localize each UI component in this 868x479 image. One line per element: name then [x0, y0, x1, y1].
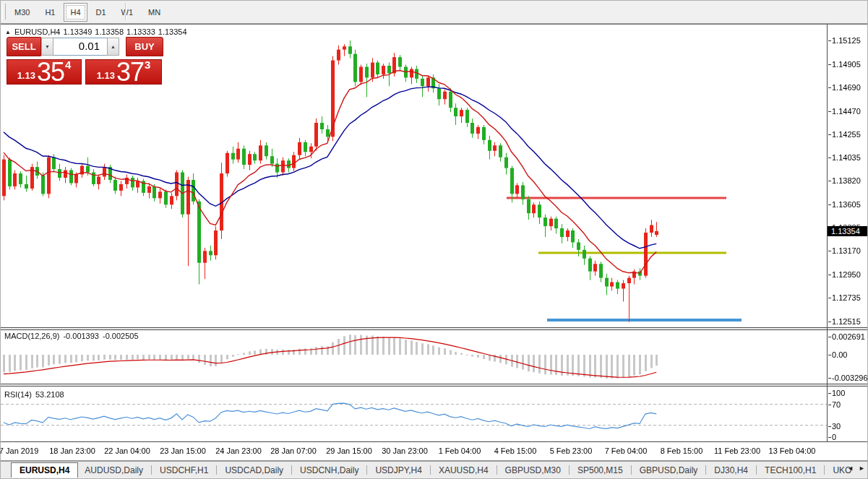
macd-indicator-label: MACD(12,26,9) -0.001393 -0.002505	[4, 332, 142, 340]
date-axis-label: 18 Jan 23:00	[49, 446, 95, 455]
macd-signal-value: -0.002505	[103, 332, 139, 340]
timeframe-button-M30[interactable]: M30	[8, 3, 36, 22]
date-axis-label: 5 Feb 23:00	[550, 446, 593, 455]
sell-price-pip-digit: 4	[65, 59, 71, 71]
buy-price-pip-digit: 3	[145, 59, 150, 71]
ohlc-close-value: 1.13354	[158, 27, 187, 36]
rsi-axis-label: 30	[832, 422, 841, 431]
tab-scroll-left-button[interactable]: ◄	[847, 465, 854, 472]
price-axis-label: 1.14255	[832, 130, 861, 139]
date-axis-label: 23 Jan 15:00	[160, 446, 206, 455]
tab-tech100-h1[interactable]: TECH100,H1	[758, 463, 822, 478]
macd-main-value: -0.001393	[63, 332, 99, 340]
tab-separator	[497, 465, 497, 475]
date-axis-label: 28 Jan 07:00	[270, 446, 317, 455]
tab-xauusd-h4[interactable]: XAUUSD,H4	[432, 463, 495, 478]
tab-eurusd-h4[interactable]: EURUSD,H4	[11, 462, 78, 478]
tab-separator	[705, 465, 706, 475]
rsi-indicator-label: RSI(14) 53.2108	[4, 390, 68, 399]
ohlc-open-value: 1.13349	[64, 27, 93, 36]
timeframe-button-D1[interactable]: D1	[90, 3, 113, 22]
chart-title: ▲ EURUSD,H4 1.13349 1.13358 1.13333 1.13…	[5, 27, 190, 36]
buy-price-display[interactable]: 1.13 37 3	[85, 59, 162, 85]
volume-input[interactable]: 0.01	[53, 38, 107, 56]
current-price-tag: 1.13354	[828, 226, 868, 236]
tab-separator	[291, 465, 292, 475]
tab-separator	[631, 465, 632, 475]
date-axis-label: 29 Jan 15:00	[326, 446, 372, 455]
buy-price-prefix: 1.13	[97, 70, 115, 81]
tab-usdchf-h1[interactable]: USDCHF,H1	[153, 463, 215, 478]
rsi-axis-label: 70	[832, 400, 841, 409]
date-axis-label: 4 Feb 15:00	[494, 446, 537, 455]
price-axis-label: 1.12950	[832, 270, 861, 279]
macd-panel-separator[interactable]	[1, 327, 868, 330]
price-axis-label: 1.13820	[832, 176, 861, 185]
one-click-trade-panel: SELL ▼ 0.01 ▲ BUY 1.13 35 4 1.13 37 3	[7, 37, 165, 85]
tab-separator	[430, 465, 431, 475]
tab-dj30-h4[interactable]: DJ30,H4	[708, 463, 755, 478]
date-axis-label: 22 Jan 04:00	[104, 446, 150, 455]
tab-usdcnh-daily[interactable]: USDCNH,Daily	[293, 463, 365, 478]
chart-tabs-bar: EURUSD,H4AUDUSD,DailyUSDCHF,H1USDCAD,Dai…	[1, 461, 868, 478]
tab-gbpusd-m30[interactable]: GBPUSD,M30	[499, 463, 567, 478]
volume-decrease-button[interactable]: ▼	[41, 38, 53, 56]
tab-scroll-right-button[interactable]: ►	[859, 465, 865, 472]
price-axis-label: 1.15125	[832, 36, 861, 45]
rsi-axis-label: 0	[832, 433, 836, 441]
chart-symbol-label: EURUSD,H4	[14, 27, 61, 36]
rsi-name: RSI(14)	[4, 390, 32, 399]
timeframe-button-MN[interactable]: MN	[142, 3, 167, 22]
date-axis-separator	[1, 441, 868, 442]
tab-usdjpy-h4[interactable]: USDJPY,H4	[369, 463, 428, 478]
date-axis-label: 13 Feb 04:00	[769, 446, 816, 455]
timeframe-button-W1[interactable]: W1	[115, 3, 140, 22]
triangle-down-icon: ▼	[45, 44, 50, 49]
buy-button[interactable]: BUY	[126, 37, 163, 56]
tab-separator	[366, 465, 367, 475]
rsi-value: 53.2108	[35, 390, 64, 399]
tab-separator	[824, 465, 825, 475]
date-axis-label: 1 Feb 04:00	[439, 446, 481, 455]
ohlc-high-value: 1.13358	[95, 27, 124, 36]
date-axis-label: 30 Jan 23:00	[382, 446, 428, 455]
price-axis-label: 1.14690	[832, 83, 861, 92]
buy-price-big-digits: 37	[116, 61, 144, 83]
triangle-up-icon: ▲	[111, 44, 116, 49]
timeframe-button-H4[interactable]: H4	[64, 3, 87, 22]
tab-usdcad-daily[interactable]: USDCAD,Daily	[218, 463, 290, 478]
price-axis-label: 1.13170	[832, 246, 861, 255]
volume-increase-button[interactable]: ▲	[107, 38, 119, 56]
macd-axis-label: 0.002691	[832, 332, 865, 341]
trading-platform-window: M30H1H4D1W1MN ▲ EURUSD,H4 1.13349 1.1335…	[0, 0, 868, 479]
tab-audusd-daily[interactable]: AUDUSD,Daily	[78, 463, 150, 478]
timeframe-buttons: M30H1H4D1W1MN	[8, 3, 169, 21]
ohlc-low-value: 1.13333	[126, 27, 155, 36]
tab-gbpusd-daily[interactable]: GBPUSD,Daily	[633, 463, 705, 478]
tab-sp500-m15[interactable]: SP500,M15	[571, 463, 629, 478]
collapse-arrow-icon[interactable]: ▲	[5, 29, 11, 35]
date-axis-label: 11 Feb 23:00	[714, 446, 760, 455]
rsi-axis-label: 100	[832, 389, 845, 397]
tab-separator	[151, 465, 152, 475]
date-axis-label: 7 Feb 04:00	[605, 446, 648, 455]
price-axis-label: 1.14905	[832, 60, 861, 69]
sell-button[interactable]: SELL	[7, 37, 41, 56]
price-axis-label: 1.14470	[832, 107, 861, 116]
timeframe-button-H1[interactable]: H1	[38, 3, 61, 22]
macd-name: MACD(12,26,9)	[4, 332, 59, 340]
sell-price-display[interactable]: 1.13 35 4	[7, 59, 82, 85]
toolbar-separator	[125, 3, 126, 20]
price-axis-label: 1.12735	[832, 293, 861, 302]
macd-axis-label: -0.003296	[832, 374, 868, 382]
rsi-panel-separator[interactable]	[1, 384, 868, 387]
sell-price-prefix: 1.13	[17, 70, 35, 81]
timeframe-toolbar: M30H1H4D1W1MN	[1, 1, 868, 24]
price-axis-label: 1.12515	[832, 317, 861, 326]
price-axis-label: 1.14035	[832, 153, 861, 162]
date-axis-label: 17 Jan 2019	[0, 446, 38, 455]
tab-separator	[756, 465, 757, 475]
sell-price-big-digits: 35	[37, 61, 64, 83]
chart-window-border	[1, 24, 868, 25]
toolbar-grip[interactable]	[2, 4, 6, 20]
